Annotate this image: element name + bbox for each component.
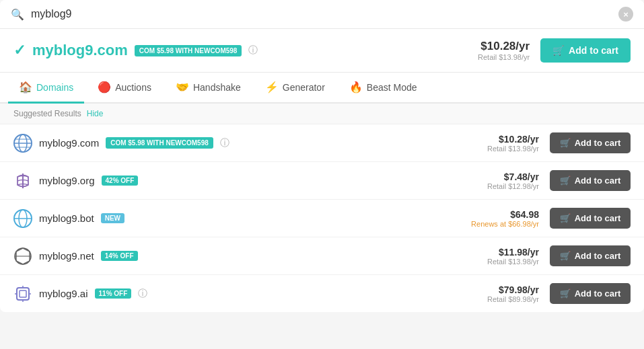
svg-rect-11 [20, 290, 26, 297]
domain-row: myblog9.org 42% OFF $7.48/yr Retail $12.… [0, 162, 644, 200]
featured-price-block: $10.28/yr Retail $13.98/yr [478, 40, 530, 61]
row-price-main: $79.98/yr [478, 284, 539, 295]
auctions-icon: 🔴 [98, 81, 111, 93]
domain-row-left: myblog9.ai 11% OFF ⓘ [13, 284, 478, 303]
row-price-main: $64.98 [471, 209, 539, 220]
domain-row-left: myblog9.net 14% OFF [13, 247, 478, 266]
featured-promo-badge: COM $5.98 WITH NEWCOM598 [135, 45, 242, 56]
domain-row: myblog9.net 14% OFF $11.98/yr Retail $13… [0, 237, 644, 275]
domain-row-right: $11.98/yr Retail $13.98/yr 🛒 Add to cart [478, 245, 631, 266]
hide-link[interactable]: Hide [87, 109, 104, 118]
info-icon[interactable]: ⓘ [138, 288, 147, 300]
off-badge: 11% OFF [95, 288, 132, 299]
tab-handshake[interactable]: 🤝 Handshake [165, 73, 252, 104]
promo-badge: COM $5.98 WITH NEWCOM598 [106, 137, 213, 149]
tabs-bar: 🏠 Domains 🔴 Auctions 🤝 Handshake ⚡ Gener… [0, 73, 644, 104]
domain-name: myblog9.ai [39, 288, 88, 299]
off-badge: 42% OFF [102, 176, 139, 186]
domain-row-left: myblog9.com COM $5.98 WITH NEWCOM598 ⓘ [13, 134, 478, 153]
row-price-block: $79.98/yr Retail $89.98/yr [478, 284, 539, 303]
tab-auctions[interactable]: 🔴 Auctions [87, 73, 162, 104]
domain-row: myblog9.ai 11% OFF ⓘ $79.98/yr Retail $8… [0, 275, 644, 312]
row-price-secondary: Renews at $66.98/yr [471, 220, 539, 228]
svg-rect-10 [17, 288, 29, 300]
domain-row: myblog9.bot NEW $64.98 Renews at $66.98/… [0, 200, 644, 237]
domain-row-left: myblog9.bot NEW [13, 209, 471, 228]
tab-generator[interactable]: ⚡ Generator [254, 73, 336, 104]
add-to-cart-label: Add to cart [575, 288, 621, 299]
domain-row-left: myblog9.org 42% OFF [13, 171, 478, 190]
cart-icon: 🛒 [560, 213, 571, 223]
row-price-block: $64.98 Renews at $66.98/yr [471, 209, 539, 228]
featured-price-main: $10.28/yr [478, 40, 530, 53]
add-to-cart-button-2[interactable]: 🛒 Add to cart [550, 208, 631, 229]
row-price-main: $10.28/yr [478, 134, 539, 145]
suggested-results-bar: Suggested Results Hide [0, 104, 644, 124]
row-price-main: $7.48/yr [478, 171, 539, 182]
search-bar: 🔍 × [0, 0, 644, 29]
add-to-cart-button-0[interactable]: 🛒 Add to cart [550, 132, 631, 153]
add-to-cart-button-1[interactable]: 🛒 Add to cart [550, 170, 631, 191]
add-to-cart-label: Add to cart [575, 138, 621, 148]
suggested-results-label: Suggested Results [13, 109, 81, 118]
row-price-block: $10.28/yr Retail $13.98/yr [478, 134, 539, 153]
featured-result: ✓ myblog9.com COM $5.98 WITH NEWCOM598 ⓘ… [0, 29, 644, 73]
domain-list: myblog9.com COM $5.98 WITH NEWCOM598 ⓘ $… [0, 124, 644, 312]
add-to-cart-button-4[interactable]: 🛒 Add to cart [550, 283, 631, 304]
row-price-secondary: Retail $13.98/yr [478, 258, 539, 266]
tld-icon-com [13, 134, 32, 153]
cart-icon: 🛒 [552, 45, 564, 56]
domain-row-right: $7.48/yr Retail $12.98/yr 🛒 Add to cart [478, 170, 631, 191]
search-icon: 🔍 [11, 8, 24, 21]
featured-domain: myblog9.com [32, 42, 128, 59]
domain-name: myblog9.org [39, 175, 95, 186]
row-price-secondary: Retail $13.98/yr [478, 145, 539, 153]
featured-price-retail: Retail $13.98/yr [478, 53, 530, 61]
domain-name: myblog9.com [39, 137, 99, 149]
row-price-secondary: Retail $12.98/yr [478, 182, 539, 190]
featured-left: ✓ myblog9.com COM $5.98 WITH NEWCOM598 ⓘ [13, 42, 258, 59]
tld-icon-bot [13, 209, 32, 228]
off-badge: 14% OFF [101, 251, 138, 261]
add-to-cart-label: Add to cart [575, 251, 621, 261]
add-to-cart-button-3[interactable]: 🛒 Add to cart [550, 245, 631, 266]
search-input[interactable] [31, 8, 618, 20]
info-icon[interactable]: ⓘ [220, 137, 229, 149]
beast-mode-icon: 🔥 [349, 81, 363, 93]
cart-icon: 🛒 [560, 138, 571, 148]
domain-name: myblog9.bot [39, 212, 94, 224]
domain-row-right: $64.98 Renews at $66.98/yr 🛒 Add to cart [471, 208, 631, 229]
row-price-block: $11.98/yr Retail $13.98/yr [478, 247, 539, 266]
row-price-block: $7.48/yr Retail $12.98/yr [478, 171, 539, 190]
search-clear-button[interactable]: × [618, 7, 633, 22]
cart-icon: 🛒 [560, 176, 571, 186]
domain-row: myblog9.com COM $5.98 WITH NEWCOM598 ⓘ $… [0, 124, 644, 162]
tab-domains[interactable]: 🏠 Domains [8, 73, 84, 104]
generator-icon: ⚡ [265, 81, 279, 93]
cart-icon: 🛒 [560, 251, 571, 261]
tld-icon-net [13, 247, 32, 266]
row-price-main: $11.98/yr [478, 247, 539, 258]
featured-right: $10.28/yr Retail $13.98/yr 🛒 Add to cart [478, 38, 631, 63]
domain-row-right: $10.28/yr Retail $13.98/yr 🛒 Add to cart [478, 132, 631, 153]
domain-row-right: $79.98/yr Retail $89.98/yr 🛒 Add to cart [478, 283, 631, 304]
row-price-secondary: Retail $89.98/yr [478, 295, 539, 303]
check-icon: ✓ [13, 42, 26, 59]
new-badge: NEW [101, 213, 124, 223]
tld-icon-org [13, 171, 32, 190]
handshake-icon: 🤝 [176, 81, 189, 93]
tab-beast-mode[interactable]: 🔥 Beast Mode [338, 73, 428, 104]
featured-info-icon[interactable]: ⓘ [248, 44, 258, 56]
tld-icon-ai [13, 284, 32, 303]
add-to-cart-label: Add to cart [575, 213, 621, 223]
add-to-cart-label: Add to cart [575, 176, 621, 186]
cart-icon: 🛒 [560, 288, 571, 299]
featured-add-to-cart-button[interactable]: 🛒 Add to cart [540, 38, 631, 63]
domain-name: myblog9.net [39, 250, 94, 262]
domains-icon: 🏠 [19, 81, 32, 93]
